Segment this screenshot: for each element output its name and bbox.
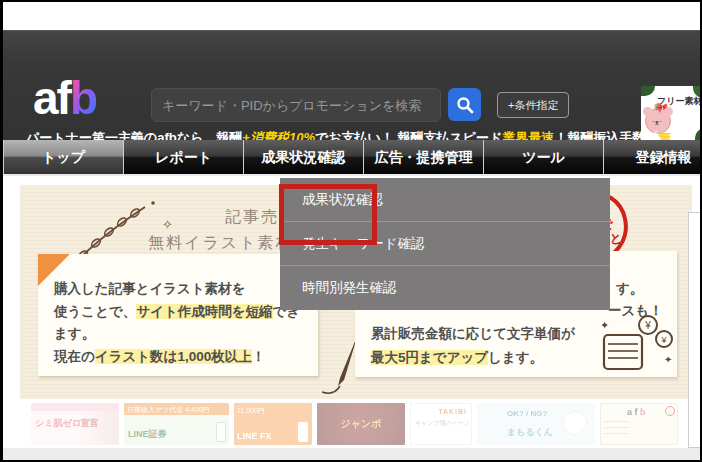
afb-dashboard-screenshot: afb +条件指定 フリー素材 ❀🎀ᵔᴥᵔ パートナー第一主義のafbなら、報酬… <box>0 0 702 462</box>
promotion-search-input[interactable] <box>151 88 441 122</box>
condition-filter-button[interactable]: +条件指定 <box>497 92 569 118</box>
phone-graphic <box>298 422 308 442</box>
search-button[interactable] <box>448 88 481 121</box>
nav-tab-result-status[interactable]: 成果状況確認 <box>244 140 364 174</box>
ad-label: LINE FX <box>237 431 272 441</box>
afb-logo[interactable]: afb <box>33 73 96 123</box>
left-card-line2: 使うことで、サイト作成時間を短縮でき <box>54 301 318 324</box>
banner-left-card: 購入した記事とイラスト素材を 使うことで、サイト作成時間を短縮でき ます。 現在… <box>38 254 318 376</box>
ad-sub-label: OK? / NG? <box>507 409 547 418</box>
dropdown-item-result-status[interactable]: 成果状況確認 <box>280 178 610 222</box>
bottom-ad-row: シミ肌ゼロ宣言 日株購入ヤツ代金 4,400円 LINE証券 11,000円 L… <box>31 403 678 445</box>
sparkle-decoration: ✧ <box>162 217 173 232</box>
ad-tiny-text: ――――――――――――――― <box>604 418 629 436</box>
wallet-coins-doodle: ¥ ¥ ✦ ✦ <box>598 313 678 375</box>
ad-corner-decoration <box>641 86 655 96</box>
logo-text-af: af <box>33 72 70 124</box>
ad-banner-skincare[interactable]: シミ肌ゼロ宣言 <box>31 403 119 445</box>
logo-text-b: b <box>70 72 96 124</box>
right-edge-card <box>688 212 700 448</box>
site-header: afb +条件指定 フリー素材 ❀🎀ᵔᴥᵔ パートナー第一主義のafbなら、報酬… <box>3 30 702 140</box>
ad-banner-jumbo[interactable]: ジャンボ <box>317 403 405 445</box>
ad-banner-mamorukun[interactable]: OK? / NG? まもるくん <box>477 403 595 445</box>
svg-text:¥: ¥ <box>660 335 667 345</box>
ad-label: シミ肌ゼロ宣言 <box>35 417 99 430</box>
mascot-graphic <box>563 411 587 435</box>
ad-sub-label: 日株購入ヤツ代金 4,400円 <box>124 403 229 415</box>
mini-afb-logo: a f b <box>627 407 646 417</box>
ad-banner-line-securities[interactable]: 日株購入ヤツ代金 4,400円 LINE証券 <box>124 403 229 445</box>
svg-text:✦: ✦ <box>664 354 672 365</box>
right-card-fragment1: す。 <box>616 278 643 301</box>
mini-stamp-graphic <box>665 406 675 416</box>
main-navigation: トップ レポート 成果状況確認 広告・提携管理 ツール 登録情報 <box>3 140 702 176</box>
nav-tab-top[interactable]: トップ <box>4 140 124 174</box>
banner-heading-line1: 記事売 <box>225 207 279 228</box>
result-status-dropdown-menu: 成果状況確認 発生キーワード確認 時間別発生確認 <box>280 178 610 310</box>
ad-corner-decoration <box>695 128 702 140</box>
nav-tab-ad-management[interactable]: 広告・提携管理 <box>364 140 484 174</box>
ad-banner-line-fx[interactable]: 11,000円 LINE FX <box>234 403 312 445</box>
ad-sub-label: 11,000円 <box>237 406 265 416</box>
right-card-line4: 最大5円までアップします。 <box>371 347 543 370</box>
svg-text:¥: ¥ <box>644 320 651 331</box>
ad-label: LINE証券 <box>128 428 167 441</box>
ad-label: まもるくん <box>507 426 553 439</box>
svg-text:✦: ✦ <box>600 319 609 331</box>
right-card-line3: 累計販売金額に応じて文字単価が <box>371 323 575 346</box>
left-card-line1: 購入した記事とイラスト素材を <box>54 278 318 301</box>
left-card-line3: ます。 <box>54 323 318 346</box>
left-card-line4: 現在のイラスト数は1,000枚以上！ <box>54 346 318 369</box>
banner-heading-line2: 無料イラスト素材 <box>148 233 294 254</box>
ad-label: TAKIBI <box>438 408 467 415</box>
ad-banner-takibi[interactable]: TAKIBI キャンプ場のページ <box>410 403 472 445</box>
ad-sub-label: キャンプ場のページ <box>415 420 470 427</box>
dropdown-item-keyword-check[interactable]: 発生キーワード確認 <box>280 222 610 266</box>
nav-tab-report[interactable]: レポート <box>124 140 244 174</box>
bottom-gray-band <box>3 448 700 460</box>
page-top-strip <box>3 2 700 30</box>
nav-tab-registration[interactable]: 登録情報 <box>604 140 702 174</box>
search-icon <box>456 96 474 114</box>
dropdown-item-hourly-check[interactable]: 時間別発生確認 <box>280 266 610 310</box>
ad-label: ジャンボ <box>341 417 382 431</box>
ad-banner-afb-mini[interactable]: a f b ――――――――――――――― <box>600 403 678 445</box>
orange-corner-decoration <box>38 254 70 286</box>
nav-tab-tools[interactable]: ツール <box>484 140 604 174</box>
phone-graphic <box>216 422 226 442</box>
